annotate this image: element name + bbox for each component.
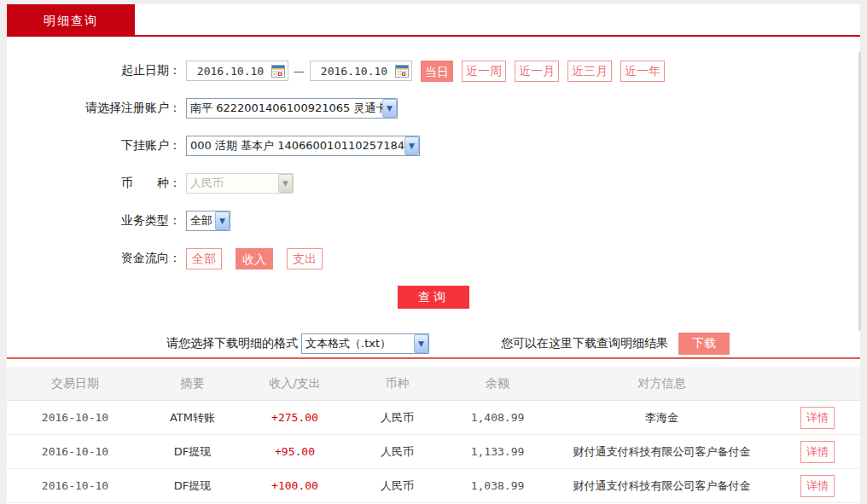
- business-type-value: 全部: [187, 213, 215, 229]
- quick-range-last-year-button[interactable]: 近一年: [620, 61, 665, 82]
- header-summary: 摘要: [143, 376, 241, 391]
- register-account-label: 请选择注册账户：: [7, 101, 181, 116]
- cell-currency: 人民币: [348, 410, 446, 426]
- fund-flow-all-button[interactable]: 全部: [186, 248, 222, 269]
- fund-flow-expense-button[interactable]: 支出: [287, 248, 323, 269]
- cell-counterparty: 李海金: [549, 410, 775, 426]
- calendar-icon[interactable]: [271, 65, 285, 78]
- quick-range-today-button[interactable]: 当日: [421, 61, 453, 82]
- detail-button[interactable]: 详情: [800, 475, 835, 497]
- table-separator: [7, 357, 860, 359]
- detail-query-panel: 明细查询 起止日期： 2016.10.10: [7, 4, 860, 504]
- cell-currency: 人民币: [348, 444, 446, 460]
- table-row: 2016-10-10 ATM转账 +275.00 人民币 1,408.99 李海…: [7, 401, 860, 435]
- sub-account-value: 000 活期 基本户 1406600101102571848: [187, 138, 404, 154]
- cell-amount: +95.00: [241, 445, 348, 458]
- sub-account-select[interactable]: 000 活期 基本户 1406600101102571848 ▼: [186, 136, 420, 156]
- query-button[interactable]: 查询: [398, 286, 469, 309]
- currency-select: 人民币 ▼: [186, 173, 294, 194]
- register-account-select[interactable]: 南平 6222001406100921065 灵通卡 ▼: [186, 98, 398, 119]
- download-format-label: 请您选择下载明细的格式: [166, 336, 298, 351]
- cell-counterparty: 财付通支付科技有限公司客户备付金: [549, 444, 775, 460]
- query-form: 起止日期： 2016.10.10: [7, 37, 860, 355]
- table-header-row: 交易日期 摘要 收入/支出 币种 余额 对方信息: [7, 367, 860, 401]
- currency-value: 人民币: [187, 176, 278, 191]
- chevron-down-icon: ▼: [414, 334, 428, 353]
- download-row: 请您选择下载明细的格式 文本格式（.txt） ▼ 您可以在这里下载查询明细结果 …: [7, 333, 860, 355]
- chevron-down-icon: ▼: [404, 136, 419, 155]
- quick-range-last-month-button[interactable]: 近一月: [515, 61, 559, 82]
- chevron-down-icon: ▼: [278, 174, 293, 193]
- fund-flow-income-button[interactable]: 收入: [236, 248, 273, 269]
- tab-bar: 明细查询: [7, 4, 860, 37]
- date-range-row: 起止日期： 2016.10.10: [7, 61, 860, 81]
- cell-summary: ATM转账: [143, 410, 241, 426]
- header-currency: 币种: [348, 376, 446, 391]
- business-type-row: 业务类型： 全部 ▼: [7, 211, 860, 231]
- cell-transaction-date: 2016-10-10: [7, 479, 143, 492]
- quick-range-last-week-button[interactable]: 近一周: [462, 61, 506, 82]
- download-format-value: 文本格式（.txt）: [302, 336, 414, 351]
- cell-transaction-date: 2016-10-10: [7, 411, 143, 424]
- sub-account-row: 下挂账户： 000 活期 基本户 1406600101102571848 ▼: [7, 136, 860, 156]
- header-balance: 余额: [446, 376, 549, 391]
- end-date-input[interactable]: 2016.10.10: [310, 61, 412, 81]
- business-type-select[interactable]: 全部 ▼: [186, 211, 230, 231]
- download-hint: 您可以在这里下载查询明细结果: [501, 336, 668, 351]
- fund-flow-row: 资金流向： 全部 收入 支出: [7, 248, 860, 269]
- header-transaction-date: 交易日期: [7, 376, 143, 391]
- end-date-value: 2016.10.10: [313, 65, 395, 78]
- header-counterparty: 对方信息: [549, 376, 775, 391]
- results-table: 交易日期 摘要 收入/支出 币种 余额 对方信息 2016-10-10 ATM转…: [7, 367, 860, 503]
- detail-button[interactable]: 详情: [800, 441, 835, 463]
- fund-flow-label: 资金流向：: [7, 251, 181, 266]
- table-row: 2016-10-10 DF提现 +100.00 人民币 1,038.99 财付通…: [7, 469, 860, 503]
- cell-currency: 人民币: [348, 478, 446, 494]
- quick-range-3-months-button[interactable]: 近三月: [567, 61, 612, 82]
- download-format-select[interactable]: 文本格式（.txt） ▼: [301, 333, 429, 354]
- cell-summary: DF提现: [143, 444, 241, 460]
- register-account-value: 南平 6222001406100921065 灵通卡: [187, 101, 382, 116]
- business-type-label: 业务类型：: [7, 213, 181, 229]
- chevron-down-icon: ▼: [382, 99, 397, 118]
- date-range-dash: —: [294, 65, 305, 78]
- register-account-row: 请选择注册账户： 南平 6222001406100921065 灵通卡 ▼: [7, 98, 860, 119]
- currency-row: 币 种： 人民币 ▼: [7, 173, 860, 194]
- header-income-expense: 收入/支出: [241, 376, 348, 391]
- cell-summary: DF提现: [143, 478, 241, 494]
- cell-transaction-date: 2016-10-10: [7, 445, 143, 458]
- detail-button[interactable]: 详情: [800, 407, 835, 429]
- date-range-label: 起止日期：: [7, 63, 181, 78]
- tab-detail-query[interactable]: 明细查询: [7, 4, 135, 37]
- chevron-down-icon: ▼: [215, 211, 230, 230]
- scrollbar-thumb[interactable]: [858, 51, 861, 331]
- cell-counterparty: 财付通支付科技有限公司客户备付金: [549, 478, 775, 494]
- cell-balance: 1,038.99: [446, 479, 549, 492]
- cell-amount: +275.00: [241, 411, 348, 424]
- start-date-input[interactable]: 2016.10.10: [186, 61, 288, 81]
- calendar-icon[interactable]: [395, 65, 409, 78]
- download-button[interactable]: 下载: [678, 333, 730, 355]
- currency-label: 币 种：: [7, 176, 181, 191]
- cell-balance: 1,408.99: [446, 411, 549, 424]
- cell-amount: +100.00: [241, 479, 348, 492]
- cell-balance: 1,133.99: [446, 445, 549, 458]
- sub-account-label: 下挂账户：: [7, 138, 181, 154]
- table-row: 2016-10-10 DF提现 +95.00 人民币 1,133.99 财付通支…: [7, 435, 860, 469]
- start-date-value: 2016.10.10: [189, 65, 271, 78]
